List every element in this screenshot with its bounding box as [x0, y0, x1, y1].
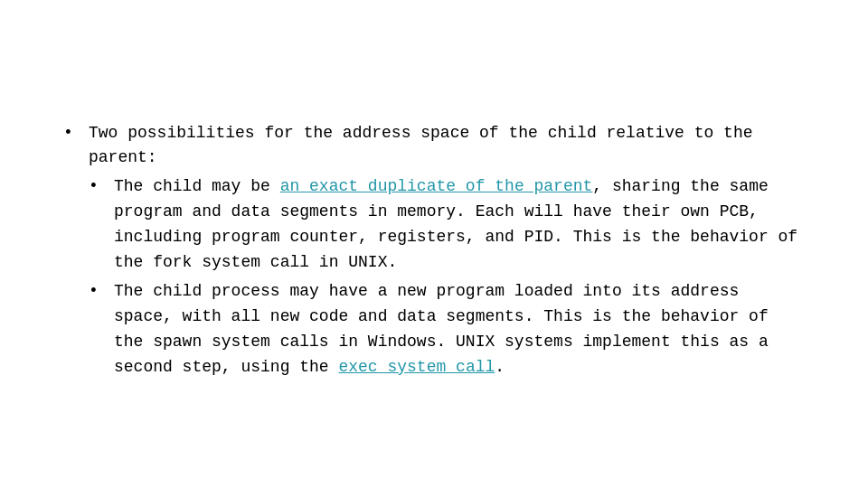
slide-container: Two possibilities for the address space … — [0, 0, 868, 488]
sub-bullet-item-1: The child may be an exact duplicate of t… — [89, 174, 805, 276]
sub-bullet-1-link: an exact duplicate of the parent — [280, 177, 593, 195]
sub-bullet-item-2: The child process may have a new program… — [89, 279, 805, 380]
sub-bullet-2-period: . — [495, 358, 505, 376]
main-bullet-list: Two possibilities for the address space … — [63, 121, 805, 386]
main-bullet-item: Two possibilities for the address space … — [63, 121, 805, 380]
sub-bullet-1-prefix: The child may be — [114, 177, 280, 195]
sub-bullet-2-link: exec system call — [338, 358, 495, 376]
main-bullet-text: Two possibilities for the address space … — [89, 124, 753, 167]
sub-bullet-list: The child may be an exact duplicate of t… — [89, 174, 805, 380]
